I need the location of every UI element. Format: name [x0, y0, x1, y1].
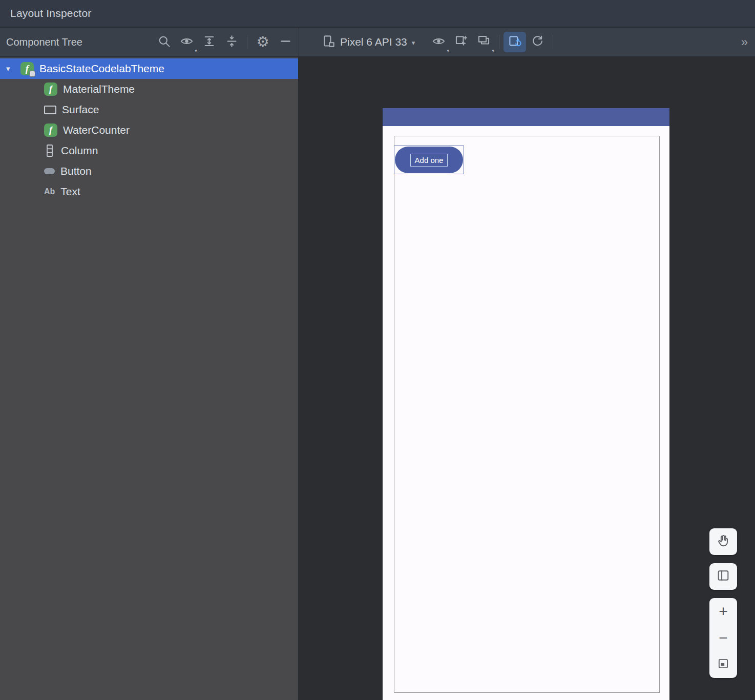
- toolbar-overflow-button[interactable]: »: [741, 35, 748, 49]
- layout-inspector-window: Layout Inspector Component Tree ▾: [0, 0, 755, 700]
- composable-glyph: f: [49, 84, 52, 95]
- zoom-in-button[interactable]: +: [709, 598, 737, 625]
- composable-glyph: f: [26, 63, 29, 74]
- chevron-down-icon: ▾: [492, 48, 494, 53]
- live-updates-toggle[interactable]: [504, 32, 526, 52]
- composable-root-badge-icon: [29, 71, 35, 77]
- fit-screen-icon: [717, 657, 730, 672]
- device-selector[interactable]: Pixel 6 API 33 ▾: [318, 32, 419, 52]
- live-updates-icon: [508, 34, 522, 50]
- tree-row-materialtheme[interactable]: f MaterialTheme: [0, 79, 298, 99]
- layout-3d-icon: [716, 568, 730, 585]
- toolbar-separator: [247, 35, 247, 49]
- tree-item-label: BasicStateCodelabTheme: [39, 63, 164, 75]
- device-render[interactable]: Add one: [383, 108, 669, 700]
- device-label: Pixel 6 API 33: [340, 36, 407, 48]
- titlebar: Layout Inspector: [0, 0, 755, 27]
- plus-icon: +: [719, 604, 728, 619]
- toolbar-separator: [499, 35, 499, 49]
- eye-icon: [180, 34, 194, 50]
- button-icon: [44, 168, 55, 174]
- settings-button[interactable]: ⚙: [251, 32, 274, 52]
- tree-item-label: Button: [60, 165, 92, 177]
- toggle-overlay-button[interactable]: ▾: [427, 32, 450, 52]
- composable-icon: f: [44, 123, 57, 137]
- expand-all-button[interactable]: [198, 32, 220, 52]
- column-icon: [44, 144, 55, 157]
- rotate-3d-mode-button[interactable]: [709, 563, 737, 590]
- column-layout-bounds: [394, 136, 660, 693]
- component-tree-title: Component Tree: [6, 36, 82, 48]
- device-statusbar: [383, 108, 669, 126]
- pan-mode-button[interactable]: [709, 528, 737, 555]
- add-one-button[interactable]: Add one: [395, 147, 463, 173]
- composable-icon: f: [44, 83, 57, 96]
- tree-row-surface[interactable]: Surface: [0, 99, 298, 120]
- refresh-button[interactable]: [526, 32, 549, 52]
- add-one-button-label: Add one: [410, 154, 448, 167]
- composable-glyph: f: [49, 125, 52, 136]
- hand-icon: [716, 533, 730, 550]
- zoom-fit-button[interactable]: [709, 651, 737, 678]
- tree-item-label: WaterCounter: [63, 124, 130, 136]
- layers-icon: [477, 34, 491, 50]
- component-tree-panel: ▾ f BasicStateCodelabTheme f MaterialThe…: [0, 57, 299, 700]
- chevron-down-icon: ▾: [412, 39, 415, 47]
- gear-icon: ⚙: [256, 35, 269, 49]
- refresh-icon: [531, 34, 544, 50]
- expand-all-icon: [202, 34, 216, 50]
- toolbar: Component Tree ▾: [0, 28, 755, 57]
- pick-component-button[interactable]: [450, 32, 472, 52]
- device-icon: [322, 34, 335, 50]
- zoom-controls: + −: [709, 598, 737, 678]
- button-selection-bounds: Add one: [394, 146, 464, 174]
- collapse-all-icon: [225, 34, 239, 50]
- minus-icon: −: [719, 630, 728, 646]
- chevron-down-icon[interactable]: ▾: [6, 64, 20, 73]
- tree-item-label: Surface: [62, 104, 99, 116]
- view-options-button[interactable]: ▾: [175, 32, 198, 52]
- tree-item-label: Text: [60, 186, 80, 198]
- chevron-down-icon: ▾: [195, 48, 197, 53]
- hide-panel-button[interactable]: [274, 32, 297, 52]
- tree-row-basicstatecodelabtheme[interactable]: ▾ f BasicStateCodelabTheme: [0, 58, 298, 79]
- tree-row-column[interactable]: Column: [0, 140, 298, 161]
- tree-row-watercounter[interactable]: f WaterCounter: [0, 120, 298, 140]
- device-canvas: Add one + −: [299, 57, 755, 700]
- search-icon: [157, 34, 171, 50]
- collapse-all-button[interactable]: [220, 32, 243, 52]
- tree-item-label: Column: [61, 145, 98, 157]
- snapshot-layers-button[interactable]: ▾: [472, 32, 495, 52]
- toolbar-separator: [553, 35, 553, 49]
- search-button[interactable]: [153, 32, 175, 52]
- tree-item-label: MaterialTheme: [63, 83, 135, 95]
- minus-icon: [279, 34, 292, 50]
- tree-row-button[interactable]: Button: [0, 161, 298, 181]
- tree-row-text[interactable]: Ab Text: [0, 181, 298, 202]
- chevron-down-icon: ▾: [447, 48, 449, 53]
- component-tree-toolbar: Component Tree ▾: [0, 28, 299, 56]
- window-title: Layout Inspector: [10, 7, 91, 19]
- composable-icon: f: [20, 62, 34, 75]
- zoom-out-button[interactable]: −: [709, 625, 737, 651]
- pick-component-icon: [454, 34, 468, 50]
- eye-icon: [432, 34, 446, 50]
- surface-icon: [44, 106, 56, 114]
- device-toolbar: Pixel 6 API 33 ▾ ▾: [299, 28, 755, 56]
- text-icon: Ab: [44, 187, 55, 196]
